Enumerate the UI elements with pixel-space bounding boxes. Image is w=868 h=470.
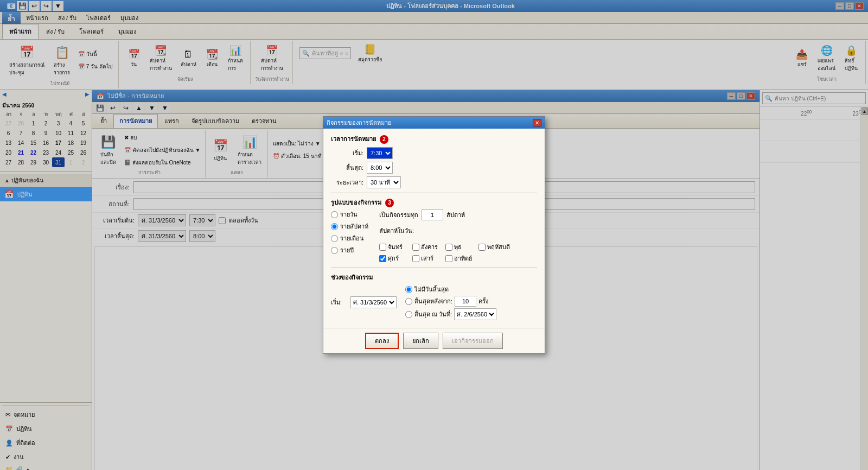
radio-daily: รายวัน [331, 209, 368, 219]
day-sun: จันทร์ [379, 242, 411, 252]
content-area: 📅 ไม่มีชื่อ - การนัดหมาย ─ □ ✕ 💾 ↩ ↪ ▲ ▼ [92, 90, 868, 470]
recur-section: รูปแบบของกิจกรรม 3 รายวัน [331, 198, 537, 263]
range-no-end-label: ไม่มีวันสิ้นสุด [414, 284, 449, 294]
modal-duration-select[interactable]: 30 นาที [367, 176, 401, 188]
radio-weekly-label: รายสัปดาห์ [340, 221, 368, 231]
step-num-3: 3 [385, 199, 394, 207]
day-wed-check[interactable] [445, 244, 452, 251]
range-end-date: สิ้นสุด ณ วันที่: ศ. 2/6/2560 [405, 308, 496, 320]
modal-duration-row: ระยะเวลา: 30 นาที [331, 176, 537, 188]
day-sat: เสาร์ [412, 253, 444, 263]
day-fri-check[interactable] [379, 255, 386, 262]
range-end-after: สิ้นสุดหลังจาก: ครั้ง [405, 296, 496, 307]
radio-monthly: รายเดือน [331, 233, 368, 243]
day-thu-check[interactable] [478, 244, 486, 251]
modal-footer: ตกลง ยกเลิก เอากิจกรรมออก [323, 328, 545, 353]
modal-cancel-btn[interactable]: ยกเลิก [403, 333, 438, 349]
day-sun2-label: อาทิตย์ [454, 253, 472, 263]
modal-end-select[interactable]: 8:00 [367, 162, 393, 174]
modal-end-row: สิ้นสุด: 8:00 [331, 162, 537, 174]
interval-label: เป็นกิจกรรมทุก [379, 210, 418, 220]
modal-end-label: สิ้นสุด: [331, 163, 363, 173]
range-end-date-select[interactable]: ศ. 2/6/2560 [454, 308, 496, 320]
day-sun2-check[interactable] [445, 255, 452, 262]
recur-settings-col: เป็นกิจกรรมทุก สัปดาห์ สัปดาห์ในวัน: [379, 209, 510, 263]
interval-unit: สัปดาห์ [446, 210, 465, 220]
recur-title: รูปแบบของกิจกรรม 3 [331, 198, 537, 207]
range-end-after-label: สิ้นสุดหลังจาก: [414, 296, 452, 306]
modal-start-label: เริ่ม: [331, 148, 363, 158]
day-wed-label: พุธ [454, 242, 462, 252]
day-sun2: อาทิตย์ [445, 253, 477, 263]
recur-options: รายวัน รายสัปดาห์ รายเดือน [331, 209, 537, 263]
day-thu: พฤหัสบดี [478, 242, 510, 252]
modal-body: เวลาการนัดหมาย 2 เริ่ม: 7:30 สิ้นสุด: [323, 129, 545, 328]
modal-divider-2 [331, 268, 537, 268]
modal-start-row: เริ่ม: 7:30 [331, 147, 537, 159]
modal-section1-title: เวลาการนัดหมาย 2 [331, 134, 537, 144]
radio-yearly: รายปี [331, 245, 368, 255]
day-tue-label: อังคาร [421, 242, 438, 252]
days-grid: จันทร์ อังคาร พุธ [379, 242, 510, 263]
day-sat-check[interactable] [412, 255, 419, 262]
modal-title: กิจกรรมของการนัดหมาย [327, 118, 391, 128]
recur-interval-row: เป็นกิจกรรมทุก สัปดาห์ [379, 209, 510, 220]
radio-monthly-label: รายเดือน [340, 233, 364, 243]
radio-yearly-label: รายปี [340, 245, 354, 255]
range-section: ช่วงของกิจกรรม เริ่ม: ศ. 31/3/2560 ไม่มี [331, 272, 537, 320]
modal-start-select[interactable]: 7:30 [367, 147, 393, 159]
day-tue-check[interactable] [412, 244, 419, 251]
step-num-2: 2 [380, 135, 388, 144]
range-start-label: เริ่ม: [331, 297, 347, 307]
page-container: 📧 💾 ↩ ↪ ▼ ปฏิทิน - โฟลเดอร์ส่วนบุคคล - M… [0, 0, 868, 470]
radio-daily-label: รายวัน [340, 209, 358, 219]
range-end-after-input[interactable] [455, 296, 476, 307]
recur-type-col: รายวัน รายสัปดาห์ รายเดือน [331, 209, 368, 263]
day-wed: พุธ [445, 242, 477, 252]
radio-weekly: รายสัปดาห์ [331, 221, 368, 231]
range-no-end-radio[interactable] [405, 286, 412, 293]
range-end-date-radio[interactable] [405, 311, 412, 318]
modal-remove-btn[interactable]: เอากิจกรรมออก [443, 333, 503, 349]
range-end-date-label: สิ้นสุด ณ วันที่: [414, 309, 452, 319]
radio-monthly-input[interactable] [331, 235, 338, 242]
range-no-end: ไม่มีวันสิ้นสุด [405, 284, 496, 294]
radio-yearly-input[interactable] [331, 247, 338, 254]
range-end-after-radio[interactable] [405, 298, 412, 305]
day-sat-label: เสาร์ [421, 253, 433, 263]
recurrence-modal: กิจกรรมของการนัดหมาย ✕ เวลาการนัดหมาย 2 … [323, 116, 545, 354]
modal-ok-btn[interactable]: ตกลง [365, 333, 399, 349]
day-sun-check[interactable] [379, 244, 386, 251]
day-sun-label: จันทร์ [388, 242, 403, 252]
modal-overlay: กิจกรรมของการนัดหมาย ✕ เวลาการนัดหมาย 2 … [0, 0, 868, 470]
day-fri-label: ศุกร์ [388, 253, 399, 263]
modal-close-btn[interactable]: ✕ [533, 119, 541, 126]
day-fri: ศุกร์ [379, 253, 411, 263]
day-tue: อังคาร [412, 242, 444, 252]
interval-input[interactable] [422, 209, 443, 220]
days-label: สัปดาห์ในวัน: [379, 226, 510, 236]
radio-weekly-input[interactable] [331, 223, 338, 230]
range-end-after-unit: ครั้ง [478, 296, 488, 306]
range-title: ช่วงของกิจกรรม [331, 272, 537, 282]
day-thu-label: พฤหัสบดี [487, 242, 510, 252]
modal-duration-label: ระยะเวลา: [331, 177, 363, 187]
radio-daily-input[interactable] [331, 211, 338, 218]
modal-divider-1 [331, 193, 537, 193]
range-start-select[interactable]: ศ. 31/3/2560 [350, 296, 397, 308]
main-layout: ◀ ▶ มีนาคม 2560 อา จ อ พ พฤ [0, 90, 868, 470]
modal-titlebar: กิจกรรมของการนัดหมาย ✕ [323, 117, 545, 129]
range-end-options: ไม่มีวันสิ้นสุด สิ้นสุดหลังจาก: ครั้ง [405, 284, 496, 320]
range-start-row: เริ่ม: ศ. 31/3/2560 ไม่มีวันสิ้นสุด [331, 284, 537, 320]
